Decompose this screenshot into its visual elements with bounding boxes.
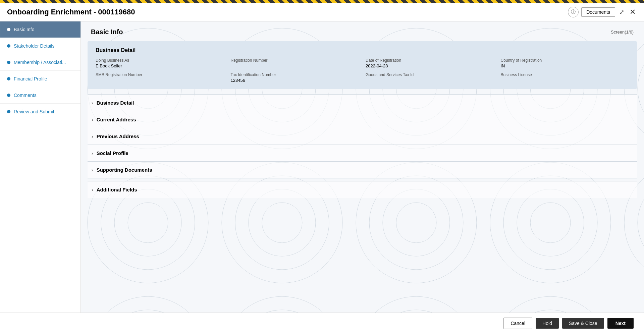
accordion-title: Social Profile: [97, 150, 128, 156]
field-business-license: Business License: [501, 72, 629, 83]
close-icon: ✕: [630, 8, 636, 16]
content-header: Basic Info Screen(1/6): [81, 21, 644, 41]
sidebar-item-label: Basic Info: [14, 27, 34, 32]
sidebar: Basic Info Stakeholder Details Membershi…: [0, 21, 81, 313]
accordion-header-supporting-documents[interactable]: › Supporting Documents: [88, 162, 637, 178]
chevron-right-icon: ›: [92, 167, 93, 173]
dot-icon: [7, 44, 10, 48]
dot-icon: [7, 77, 10, 80]
save-close-button[interactable]: Save & Close: [562, 318, 604, 329]
business-detail-grid: Doing Business As E Book Seller Registra…: [96, 58, 629, 83]
field-label: SMB Registration Number: [96, 72, 224, 77]
additional-fields-title: Additional Fields: [97, 187, 137, 192]
documents-button[interactable]: Documents: [581, 7, 615, 17]
sidebar-item-membership[interactable]: Membership / Associati...: [0, 54, 80, 71]
sidebar-item-review-submit[interactable]: Review and Submit: [0, 104, 80, 120]
field-value: 2022-04-28: [366, 63, 494, 68]
screen-indicator: Screen(1/6): [611, 30, 634, 35]
field-date-of-registration: Date of Registration 2022-04-28: [366, 58, 494, 68]
chevron-right-icon: ›: [92, 187, 93, 192]
dot-icon: [7, 94, 10, 97]
next-button[interactable]: Next: [607, 318, 634, 329]
accordion-item-previous-address: › Previous Address: [88, 128, 637, 145]
accordion-item-current-address: › Current Address: [88, 111, 637, 128]
header-actions: ⓘ Documents ⤢ ✕: [568, 6, 637, 18]
app-wrapper: Onboarding Enrichment - 000119680 ⓘ Docu…: [0, 0, 644, 334]
chevron-right-icon: ›: [92, 134, 93, 139]
business-detail-expanded-card: Business Detail Doing Business As E Book…: [88, 41, 637, 89]
accordion-title: Current Address: [97, 117, 136, 122]
accordion-header-social-profile[interactable]: › Social Profile: [88, 145, 637, 161]
sidebar-item-label: Stakeholder Details: [14, 43, 54, 49]
accordion-header-previous-address[interactable]: › Previous Address: [88, 128, 637, 145]
dot-icon: [7, 61, 10, 64]
field-label: Date of Registration: [366, 58, 494, 63]
content-title: Basic Info: [91, 28, 123, 36]
accordion-title: Business Detail: [97, 100, 134, 106]
field-label: Doing Business As: [96, 58, 224, 63]
sidebar-item-financial-profile[interactable]: Financial Profile: [0, 71, 80, 87]
sidebar-item-basic-info[interactable]: Basic Info: [0, 21, 80, 38]
close-button[interactable]: ✕: [628, 6, 637, 18]
field-label: Goods and Services Tax Id: [366, 72, 494, 77]
accordion-header-business-detail[interactable]: › Business Detail: [88, 95, 637, 111]
additional-fields-section: › Additional Fields: [88, 181, 637, 198]
sidebar-item-label: Review and Submit: [14, 109, 54, 114]
field-gst-id: Goods and Services Tax Id: [366, 72, 494, 83]
sidebar-item-comments[interactable]: Comments: [0, 87, 80, 104]
app-title: Onboarding Enrichment - 000119680: [7, 8, 135, 16]
main-layout: Basic Info Stakeholder Details Membershi…: [0, 21, 644, 313]
dot-icon: [7, 110, 10, 113]
field-value: 123456: [231, 78, 359, 83]
dot-icon: [7, 28, 10, 31]
chevron-right-icon: ›: [92, 151, 93, 156]
header: Onboarding Enrichment - 000119680 ⓘ Docu…: [0, 3, 644, 21]
hold-button[interactable]: Hold: [536, 318, 559, 329]
accordion-item-supporting-documents: › Supporting Documents: [88, 161, 637, 178]
accordion-title: Previous Address: [97, 133, 139, 139]
chevron-right-icon: ›: [92, 100, 93, 106]
field-doing-business-as: Doing Business As E Book Seller: [96, 58, 224, 68]
expand-icon: ⤢: [619, 9, 624, 15]
footer: Cancel Hold Save & Close Next: [0, 313, 644, 334]
warning-stripe: [0, 0, 644, 3]
info-icon: ⓘ: [571, 9, 576, 15]
field-value: IN: [501, 63, 629, 68]
additional-fields-header[interactable]: › Additional Fields: [88, 181, 637, 198]
content-area: Basic Info Screen(1/6) Business Detail D…: [81, 21, 644, 313]
field-registration-number: Registration Number: [231, 58, 359, 68]
accordion-header-current-address[interactable]: › Current Address: [88, 111, 637, 128]
cancel-button[interactable]: Cancel: [503, 318, 532, 329]
field-smb-registration: SMB Registration Number: [96, 72, 224, 83]
info-button[interactable]: ⓘ: [568, 7, 579, 17]
chevron-right-icon: ›: [92, 117, 93, 122]
field-value: E Book Seller: [96, 63, 224, 68]
sidebar-item-stakeholder-details[interactable]: Stakeholder Details: [0, 38, 80, 54]
field-label: Registration Number: [231, 58, 359, 63]
accordion-title: Supporting Documents: [97, 167, 152, 173]
sidebar-item-label: Membership / Associati...: [14, 60, 66, 65]
accordion-item-social-profile: › Social Profile: [88, 145, 637, 161]
field-label: Tax Identification Number: [231, 72, 359, 77]
sidebar-item-label: Financial Profile: [14, 76, 47, 81]
field-country-of-registration: Country of Registration IN: [501, 58, 629, 68]
expand-button[interactable]: ⤢: [618, 7, 626, 17]
card-title: Business Detail: [96, 47, 629, 53]
field-tax-id: Tax Identification Number 123456: [231, 72, 359, 83]
accordion-item-business-detail: › Business Detail: [88, 94, 637, 111]
field-label: Business License: [501, 72, 629, 77]
field-label: Country of Registration: [501, 58, 629, 63]
accordion: › Business Detail › Current Address › Pr…: [88, 94, 637, 178]
sidebar-item-label: Comments: [14, 93, 37, 98]
